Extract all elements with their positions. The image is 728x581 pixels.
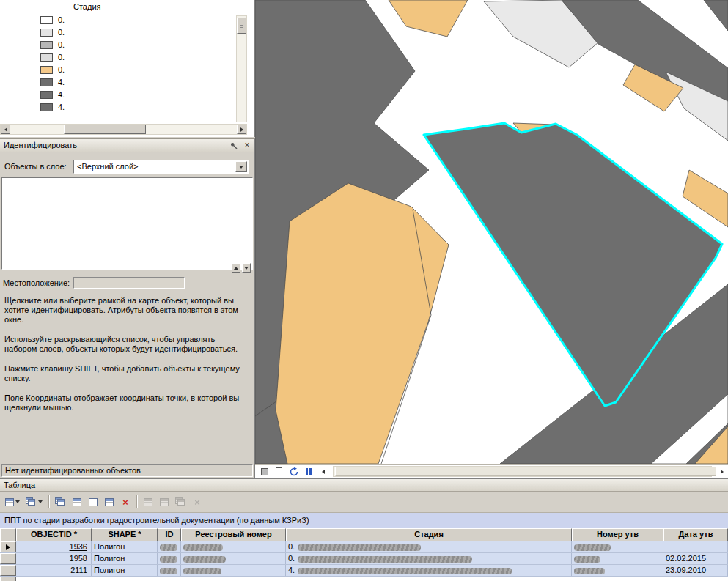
map-canvas[interactable] (255, 0, 728, 464)
legend-swatch (40, 16, 53, 24)
chevron-down-icon (244, 267, 249, 270)
cell-id[interactable] (158, 541, 181, 552)
row-selector[interactable] (0, 565, 16, 576)
zoom-to-selected-button[interactable] (102, 494, 117, 510)
layout-view-icon (276, 467, 282, 475)
legend-item[interactable]: 0. (40, 53, 65, 62)
collapse-all-button[interactable] (242, 263, 251, 273)
data-view-button[interactable] (258, 466, 271, 477)
help-paragraph: Используйте раскрывающийся список, чтобы… (4, 335, 249, 354)
layer-select-label: Объекты в слое: (4, 162, 67, 171)
table-row[interactable]: 1936 Полигон 0. (0, 541, 728, 553)
related-icon (175, 497, 186, 507)
redacted-text (298, 544, 421, 551)
chevron-down-icon (239, 166, 243, 169)
cell-objectid[interactable]: 1958 (16, 553, 92, 564)
legend-item[interactable]: 4. (40, 90, 65, 99)
select-all-button[interactable] (86, 494, 100, 510)
map-scroll-left-button[interactable] (317, 466, 329, 477)
row-selector[interactable] (0, 541, 16, 552)
column-header-reestr-number[interactable]: Реестровый номер (181, 528, 286, 541)
map-view[interactable] (255, 0, 728, 464)
cell-reestr-number[interactable] (181, 541, 286, 552)
legend-item-label: 4. (58, 90, 65, 99)
scroll-right-button[interactable] (237, 125, 246, 134)
legend-horizontal-scrollbar[interactable] (0, 124, 247, 135)
column-header-stage[interactable]: Стадия (286, 528, 572, 541)
row-selector[interactable] (0, 553, 16, 564)
cell-stage[interactable]: 0. (286, 541, 572, 552)
pin-button[interactable] (229, 141, 239, 150)
cell-reestr-number[interactable] (181, 553, 286, 564)
switch-selection-button[interactable] (70, 494, 84, 510)
column-header-approval-date[interactable]: Дата утв (663, 528, 728, 541)
current-row-arrow-icon (6, 544, 10, 550)
table-row[interactable]: 1958 Полигон 0. 02.02.2015 (0, 553, 728, 565)
cell-approval-date[interactable] (663, 541, 728, 552)
legend-item[interactable]: 0. (40, 15, 65, 24)
column-header-id[interactable]: ID (158, 528, 181, 541)
cell-approval-date[interactable]: 23.09.2010 (663, 565, 728, 576)
table-toolbar: × × (0, 492, 728, 513)
legend-swatch (40, 103, 53, 111)
cell-reestr-number[interactable] (181, 565, 286, 576)
cell-approval-number[interactable] (572, 541, 663, 552)
scrollbar-thumb[interactable] (237, 18, 246, 34)
cell-id[interactable] (158, 553, 181, 564)
cell-approval-number[interactable] (572, 565, 663, 576)
cell-approval-number[interactable] (572, 553, 663, 564)
legend-swatch (40, 78, 53, 86)
legend-item[interactable]: 0. (40, 65, 65, 74)
related-tables-button[interactable] (23, 494, 45, 510)
scrollbar-thumb[interactable] (64, 125, 146, 134)
identify-results-list[interactable] (1, 177, 253, 270)
paste-rows-button[interactable] (157, 494, 172, 510)
cell-shape[interactable]: Полигон (92, 541, 158, 552)
select-by-attributes-button[interactable] (53, 494, 68, 510)
table-row-partial (0, 577, 728, 581)
open-related-button[interactable] (173, 494, 188, 510)
delete-rows-button[interactable]: × (190, 494, 205, 510)
close-button[interactable]: × (242, 141, 252, 150)
pause-drawing-button[interactable] (302, 466, 315, 477)
column-header-objectid[interactable]: OBJECTID * (16, 528, 92, 541)
identify-help-text: Щелкните или выберите рамкой на карте об… (4, 296, 249, 423)
column-header-approval-number[interactable]: Номер утв (572, 528, 663, 541)
column-header-shape[interactable]: SHAPE * (92, 528, 158, 541)
redacted-text (183, 568, 221, 574)
legend-item-label: 0. (58, 40, 65, 49)
location-field[interactable] (73, 277, 185, 289)
legend-item[interactable]: 0. (40, 40, 65, 49)
scroll-left-button[interactable] (1, 125, 10, 134)
identify-panel: Идентифицировать × Объекты в слое: <Верх… (0, 138, 255, 478)
table-options-button[interactable] (3, 494, 22, 510)
cell-objectid[interactable]: 1936 (16, 541, 92, 552)
map-horizontal-scrollbar[interactable] (333, 466, 712, 477)
copy-rows-button[interactable] (141, 494, 155, 510)
cell-shape[interactable]: Полигон (92, 553, 158, 564)
scrollbar-thumb[interactable] (335, 467, 716, 476)
arrow-right-icon (721, 470, 724, 474)
legend-item[interactable]: 4. (40, 78, 65, 86)
legend-item[interactable]: 4. (40, 103, 65, 111)
cell-stage[interactable]: 0. (286, 553, 572, 564)
layout-view-button[interactable] (273, 466, 285, 477)
legend-swatch (40, 66, 53, 74)
identify-status-bar: Нет идентифицированных объектов (1, 464, 253, 477)
map-scroll-right-button[interactable] (716, 466, 728, 477)
arrow-left-icon (322, 470, 325, 474)
identify-title: Идентифицировать (4, 141, 77, 149)
layer-select-dropdown[interactable]: <Верхний слой> (73, 160, 249, 174)
expand-all-button[interactable] (232, 263, 240, 273)
cell-stage[interactable]: 4. (286, 565, 572, 576)
dropdown-arrow-button[interactable] (235, 161, 247, 172)
refresh-button[interactable] (287, 466, 300, 477)
cell-shape[interactable]: Полигон (92, 565, 158, 576)
cell-id[interactable] (158, 565, 181, 576)
legend-vertical-scrollbar[interactable] (236, 15, 247, 122)
cell-objectid[interactable]: 2111 (16, 565, 92, 576)
cell-approval-date[interactable]: 02.02.2015 (663, 553, 728, 564)
clear-selection-button[interactable]: × (118, 494, 133, 510)
legend-item[interactable]: 0. (40, 28, 65, 37)
table-row[interactable]: 2111 Полигон 4. 23.09.2010 (0, 565, 728, 577)
